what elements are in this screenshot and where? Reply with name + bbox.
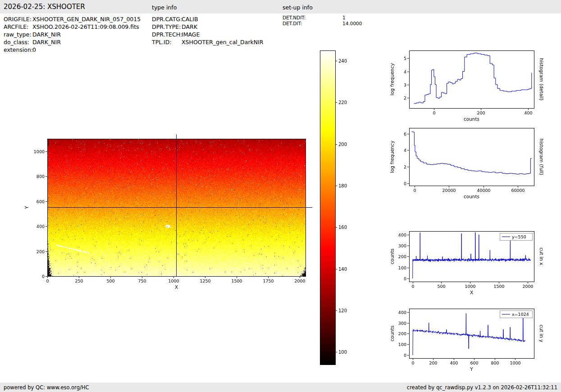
meta-det-ndit: DET.NDIT:1 (283, 15, 362, 21)
meta-value: DARK (182, 23, 197, 31)
setup-info-heading: set-up info (283, 4, 313, 11)
histogram-detail-canvas (385, 45, 561, 130)
cut-in-y-canvas (385, 304, 561, 383)
footer-created-by: created by qc_rawdisp.py v1.2.3 on 2026-… (407, 384, 557, 391)
meta-value: XSHOOTER_gen_cal_DarkNIR (182, 38, 263, 46)
meta-dpr-tech: DPR.TECH:IMAGE (152, 31, 263, 38)
meta-label: ARCFILE: (4, 23, 32, 31)
meta-raw-type: raw_type:DARK_NIR (4, 31, 141, 38)
meta-value: DARK_NIR (32, 38, 61, 46)
meta-label: extension: (4, 46, 32, 54)
cut-in-x-chart (385, 225, 561, 310)
meta-arcfile: ARCFILE:XSHOO.2026-02-26T11:09:08.009.fi… (4, 23, 141, 31)
meta-dpr-type: DPR.TYPE:DARK (152, 23, 263, 31)
meta-value: IMAGE (182, 31, 200, 38)
meta-do-class: do_class:DARK_NIR (4, 38, 141, 46)
page-title: 2026-02-25: XSHOOTER (4, 3, 85, 11)
meta-label: DPR.TYPE: (152, 23, 182, 31)
meta-value: XSHOO.2026-02-26T11:09:08.009.fits (32, 23, 139, 31)
meta-value: 0 (32, 46, 36, 54)
cut-in-y-chart (385, 304, 561, 383)
crosshair-vertical-line (176, 134, 177, 276)
meta-label: DET.DIT: (283, 21, 342, 27)
meta-extension: extension:0 (4, 46, 141, 54)
type-info-heading: type info (152, 4, 177, 11)
colorbar (315, 45, 369, 367)
meta-label: TPL.ID: (152, 38, 182, 46)
type-info-block: DPR.CATG:CALIB DPR.TYPE:DARK DPR.TECH:IM… (152, 15, 263, 46)
detector-image-canvas (16, 133, 322, 297)
crosshair-horizontal-line (47, 207, 312, 208)
detector-image-heatmap (16, 133, 322, 297)
footer-powered-by: powered by QC: www.eso.org/HC (4, 384, 89, 391)
file-metadata-block: ORIGFILE:XSHOOTER_GEN_DARK_NIR_057_0015 … (4, 15, 141, 54)
histogram-full-canvas (385, 123, 561, 207)
meta-label: do_class: (4, 38, 32, 46)
setup-info-block: DET.NDIT:1 DET.DIT:14.0000 (283, 15, 362, 27)
meta-label: DPR.TECH: (152, 31, 182, 38)
meta-origfile: ORIGFILE:XSHOOTER_GEN_DARK_NIR_057_0015 (4, 15, 141, 23)
meta-label: raw_type: (4, 31, 32, 38)
header-bar: 2026-02-25: XSHOOTER type info set-up in… (0, 0, 561, 14)
meta-value: CALIB (182, 15, 198, 23)
footer-bar: powered by QC: www.eso.org/HC created by… (0, 383, 561, 392)
cut-in-x-canvas (385, 225, 561, 310)
meta-label: DPR.CATG: (152, 15, 182, 23)
meta-label: ORIGFILE: (4, 15, 32, 23)
meta-value: 14.0000 (342, 21, 362, 27)
meta-tpl-id: TPL.ID:XSHOOTER_gen_cal_DarkNIR (152, 38, 263, 46)
meta-value: DARK_NIR (32, 31, 61, 38)
histogram-full-chart (385, 123, 561, 207)
meta-value: XSHOOTER_GEN_DARK_NIR_057_0015 (32, 15, 141, 23)
colorbar-canvas (315, 45, 369, 367)
meta-dpr-catg: DPR.CATG:CALIB (152, 15, 263, 23)
meta-det-dit: DET.DIT:14.0000 (283, 21, 362, 27)
meta-value: 1 (342, 15, 346, 21)
histogram-detail-chart (385, 45, 561, 130)
meta-label: DET.NDIT: (283, 15, 342, 21)
